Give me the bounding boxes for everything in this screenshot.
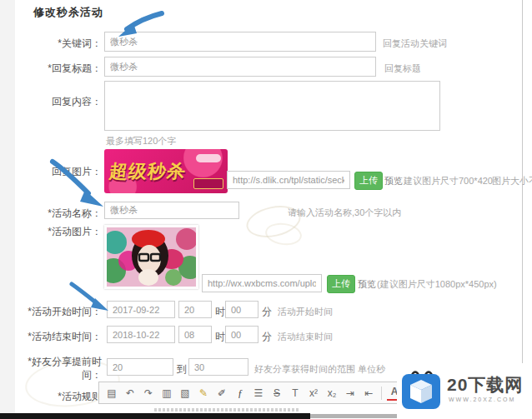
share-to-input[interactable] <box>188 358 248 376</box>
paste-word-icon[interactable]: ▧ <box>178 386 193 401</box>
share-time-hint: 好友分享获得时间的范围 单位秒 <box>254 363 385 376</box>
reply-image-url-input[interactable] <box>227 171 350 189</box>
superscript-icon[interactable]: x² <box>306 386 321 401</box>
share-time-label-line1: *好友分享提前时 <box>15 355 102 369</box>
paste-icon[interactable]: ▥ <box>159 386 174 401</box>
blurred-watermark-text <box>154 408 300 412</box>
activity-image-preview-link[interactable]: 预览 <box>358 278 376 291</box>
subscript-icon[interactable]: x₂ <box>324 386 339 401</box>
start-minute-input[interactable] <box>225 301 258 318</box>
keyword-hint: 回复活动关键词 <box>383 37 447 50</box>
function-icon[interactable]: ƒ <box>233 386 248 401</box>
left-gutter <box>0 0 15 419</box>
activity-image-size-hint: (建议图片尺寸1080px*450px) <box>377 278 497 291</box>
pencil-icon[interactable]: ✎ <box>196 386 211 401</box>
activity-image-url-input[interactable] <box>202 274 322 292</box>
banner-badge <box>193 178 223 189</box>
activity-image-preview <box>104 225 198 289</box>
indent-icon[interactable]: ⇥ <box>343 386 358 401</box>
reply-image-preview: 超级秒杀 <box>104 149 228 193</box>
undo-icon[interactable]: ↶ <box>123 386 138 401</box>
reply-image-limit-hint: 图片大小不超过 <box>492 175 532 187</box>
end-time-label: *活动结束时间： <box>15 330 102 344</box>
page-title: 修改秒杀活动 <box>33 5 103 20</box>
activity-image-upload-button[interactable]: 上传 <box>327 275 355 293</box>
page: 修改秒杀活动 *关键词： 回复活动关键词 *回复标题： 回复标题 回复内容： 最… <box>0 0 532 419</box>
reply-image-preview-link[interactable]: 预览 <box>384 175 403 187</box>
activity-photo-graphic <box>107 227 196 287</box>
start-time-hint: 活动开始时间 <box>278 306 333 318</box>
bottom-dark-line <box>0 413 310 419</box>
start-minute-unit: 分 <box>262 305 272 319</box>
watermark-logo-icon <box>399 368 444 412</box>
source-icon[interactable]: ▤ <box>104 386 119 401</box>
end-time-hint: 活动结束时间 <box>278 331 333 343</box>
reply-title-label: *回复标题： <box>15 62 102 76</box>
start-date-input[interactable] <box>107 301 175 318</box>
annotation-arrow-start-time <box>68 282 112 313</box>
toolbar-separator <box>381 387 382 400</box>
watermark-site: WWW.20XZ.COM <box>449 397 515 402</box>
share-time-label-line2: 间： <box>15 368 102 382</box>
activity-image-label: *活动图片： <box>15 225 102 239</box>
reply-content-label: 回复内容： <box>15 95 102 109</box>
rules-label: *活动规则 <box>15 390 102 404</box>
banner-car-graphic <box>196 154 221 162</box>
activity-name-input[interactable] <box>104 202 239 219</box>
end-date-input[interactable] <box>107 326 175 343</box>
font-size-icon[interactable]: T <box>288 386 303 401</box>
annotation-arrow-keyword <box>100 10 165 40</box>
share-from-input[interactable] <box>107 358 173 376</box>
watermark-name: 20下载网 <box>447 373 523 397</box>
redo-icon[interactable]: ↷ <box>141 386 156 401</box>
end-hour-unit: 时 <box>215 330 225 344</box>
start-hour-input[interactable] <box>178 301 212 318</box>
strikethrough-icon[interactable]: S <box>269 386 284 401</box>
end-minute-input[interactable] <box>225 326 258 343</box>
list-icon[interactable]: ☰ <box>251 386 266 401</box>
share-to-label: 到 <box>177 362 187 377</box>
outdent-icon[interactable]: ⇤ <box>361 386 376 401</box>
reply-title-input[interactable] <box>104 57 376 77</box>
reply-image-upload-button[interactable]: 上传 <box>354 172 383 190</box>
brush-icon[interactable]: ✐ <box>214 386 229 401</box>
reply-content-textarea[interactable] <box>104 81 440 131</box>
reply-content-hint: 最多填写120个字 <box>106 135 176 147</box>
activity-name-hint: 请输入活动名称,30个字以内 <box>288 207 401 219</box>
banner-text: 超级秒杀 <box>108 159 187 184</box>
end-minute-unit: 分 <box>262 330 272 344</box>
annotation-arrow-activity-name <box>48 158 108 210</box>
keyword-label: *关键词： <box>15 37 102 51</box>
reply-image-size-hint: 建议图片尺寸700*420 <box>404 175 493 187</box>
start-hour-unit: 时 <box>215 305 225 319</box>
site-watermark: 20下载网 WWW.20XZ.COM <box>397 363 532 419</box>
end-hour-input[interactable] <box>178 326 212 343</box>
panel-right-border <box>522 0 523 419</box>
reply-title-hint: 回复标题 <box>384 62 421 75</box>
